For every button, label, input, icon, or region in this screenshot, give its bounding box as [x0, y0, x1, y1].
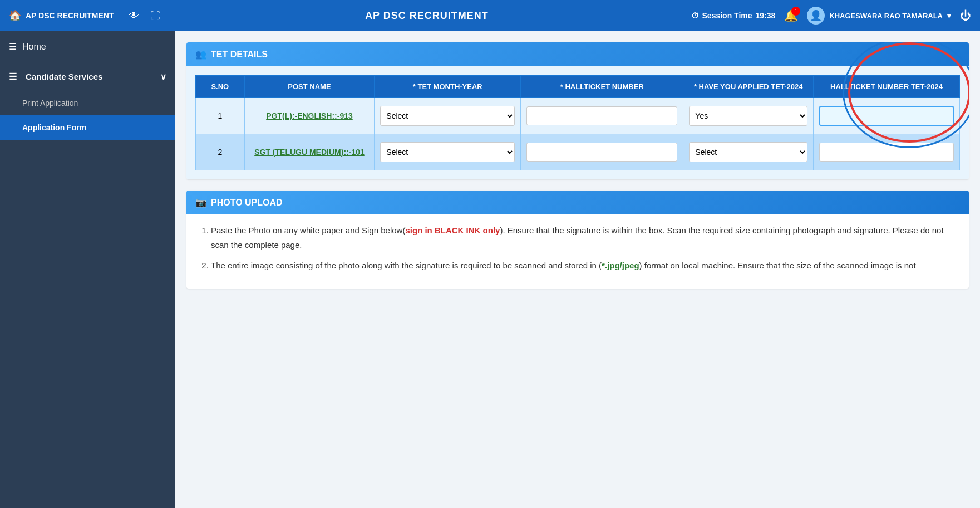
app-name: AP DSC RECRUITMENT — [26, 11, 114, 20]
row1-tet-month-year[interactable]: Select Mar-2023 Jun-2023 Jan-2024 — [375, 98, 521, 134]
eye-icon-button[interactable]: 👁 — [127, 8, 141, 24]
tet-details-card: 👥 TET DETAILS S.NO POST NAME — [186, 42, 969, 179]
row2-applied-tet2024-select[interactable]: Select Yes No — [689, 142, 807, 162]
col-header-sno: S.NO — [196, 76, 245, 98]
clock-icon: ⏱ — [691, 11, 699, 20]
main-content: 👥 TET DETAILS S.NO POST NAME — [175, 31, 980, 508]
row2-applied-tet2024[interactable]: Select Yes No — [683, 134, 814, 170]
row2-hallticket[interactable] — [521, 134, 683, 170]
main-layout: ☰ Home ☰ Candidate Services ∨ Print Appl… — [0, 31, 980, 508]
table-row: 1 PGT(L):-ENGLISH::-913 Select Mar-2023 … — [196, 98, 960, 134]
photo-instruction-1: Paste the Photo on any white paper and S… — [211, 223, 958, 252]
photo-upload-card: 📷 PHOTO UPLOAD Paste the Photo on any wh… — [186, 190, 969, 289]
row1-hallticket-input[interactable] — [526, 106, 677, 125]
camera-icon: 📷 — [195, 197, 206, 208]
header-title: AP DSC RECRUITMENT — [171, 10, 682, 22]
tet-table-wrapper: S.NO POST NAME * TET MONTH-YEAR * HALLTI… — [186, 66, 969, 179]
col-header-post: POST NAME — [244, 76, 375, 98]
row2-tet-month-year[interactable]: Select Mar-2023 Jun-2023 Jan-2024 — [375, 134, 521, 170]
row2-post-link[interactable]: SGT (TELUGU MEDIUM)::-101 — [254, 148, 365, 157]
user-avatar: 👤 — [807, 7, 825, 25]
row2-hallticket-tet2024[interactable] — [814, 134, 960, 170]
col-header-applied-tet2024: * HAVE YOU APPLIED TET-2024 — [683, 76, 814, 98]
hamburger-icon: ☰ — [9, 41, 17, 52]
tet-details-title: TET DETAILS — [211, 50, 268, 60]
candidate-services-header[interactable]: ☰ Candidate Services ∨ — [0, 62, 175, 91]
print-application-label: Print Application — [22, 99, 78, 108]
candidate-services-label: Candidate Services — [26, 72, 102, 81]
instruction-1-highlight: sign in BLACK INK only — [405, 226, 500, 235]
sidebar-home-label: Home — [22, 42, 46, 52]
row1-applied-tet2024-select[interactable]: Select Yes No — [689, 106, 807, 126]
home-icon: 🏠 — [9, 9, 21, 22]
notification-button[interactable]: 🔔 1 — [784, 9, 798, 22]
row1-hallticket[interactable] — [521, 98, 683, 134]
row2-hallticket-input[interactable] — [526, 143, 677, 162]
top-header: 🏠 AP DSC RECRUITMENT 👁 ⛶ AP DSC RECRUITM… — [0, 0, 980, 31]
photo-upload-title: PHOTO UPLOAD — [211, 198, 283, 208]
header-logo: 🏠 AP DSC RECRUITMENT — [9, 9, 114, 22]
notification-badge: 1 — [791, 7, 800, 16]
photo-upload-content: Paste the Photo on any white paper and S… — [186, 214, 969, 289]
sidebar-section-candidate-services: ☰ Candidate Services ∨ Print Application… — [0, 62, 175, 140]
row1-applied-tet2024[interactable]: Select Yes No — [683, 98, 814, 134]
session-value: 19:38 — [756, 11, 776, 20]
row1-hallticket-tet2024-input[interactable] — [819, 106, 954, 126]
row1-sno: 1 — [196, 98, 245, 134]
instruction-2-highlight: *.jpg/jpeg — [602, 261, 639, 270]
chevron-down-icon: ▾ — [947, 12, 951, 20]
col-header-tet-month-year: * TET MONTH-YEAR — [375, 76, 521, 98]
row2-post-name: SGT (TELUGU MEDIUM)::-101 — [244, 134, 375, 170]
tet-table: S.NO POST NAME * TET MONTH-YEAR * HALLTI… — [195, 75, 960, 170]
row1-post-name: PGT(L):-ENGLISH::-913 — [244, 98, 375, 134]
user-name: KHAGESWARA RAO TAMARALA — [829, 12, 943, 20]
instruction-2-before: The entire image consisting of the photo… — [211, 261, 602, 270]
table-row: 2 SGT (TELUGU MEDIUM)::-101 Select Mar-2… — [196, 134, 960, 170]
col-header-hallticket: * HALLTICKET NUMBER — [521, 76, 683, 98]
sidebar: ☰ Home ☰ Candidate Services ∨ Print Appl… — [0, 31, 175, 508]
expand-icon-button[interactable]: ⛶ — [148, 8, 162, 24]
row1-hallticket-tet2024[interactable] — [814, 98, 960, 134]
header-icons: 👁 ⛶ — [127, 8, 162, 24]
session-label: Session Time — [702, 11, 752, 20]
photo-upload-header: 📷 PHOTO UPLOAD — [186, 190, 969, 214]
power-button[interactable]: ⏻ — [960, 9, 971, 22]
instruction-1-before: Paste the Photo on any white paper and S… — [211, 226, 405, 235]
chevron-icon: ∨ — [160, 72, 166, 82]
header-right: ⏱ Session Time 19:38 🔔 1 👤 KHAGESWARA RA… — [691, 7, 971, 25]
row2-tet-month-year-select[interactable]: Select Mar-2023 Jun-2023 Jan-2024 — [380, 142, 515, 162]
tet-details-header: 👥 TET DETAILS — [186, 42, 969, 66]
row2-sno: 2 — [196, 134, 245, 170]
instruction-2-after: ) format on local machine. Ensure that t… — [639, 261, 916, 270]
sidebar-item-print-application[interactable]: Print Application — [0, 91, 175, 115]
photo-instruction-2: The entire image consisting of the photo… — [211, 258, 958, 273]
row1-tet-month-year-select[interactable]: Select Mar-2023 Jun-2023 Jan-2024 — [380, 106, 515, 126]
row2-hallticket-tet2024-input[interactable] — [819, 143, 954, 162]
hamburger-icon-2: ☰ — [9, 71, 17, 82]
tet-details-icon: 👥 — [195, 49, 206, 60]
sidebar-item-application-form[interactable]: Application Form — [0, 115, 175, 140]
sidebar-home[interactable]: ☰ Home — [0, 31, 175, 62]
user-info[interactable]: 👤 KHAGESWARA RAO TAMARALA ▾ — [807, 7, 951, 25]
col-header-hallticket-tet2024: HALLTICKET NUMBER TET-2024 — [814, 76, 960, 98]
session-time: ⏱ Session Time 19:38 — [691, 11, 776, 20]
application-form-label: Application Form — [22, 123, 86, 132]
row1-post-link[interactable]: PGT(L):-ENGLISH::-913 — [266, 111, 353, 120]
